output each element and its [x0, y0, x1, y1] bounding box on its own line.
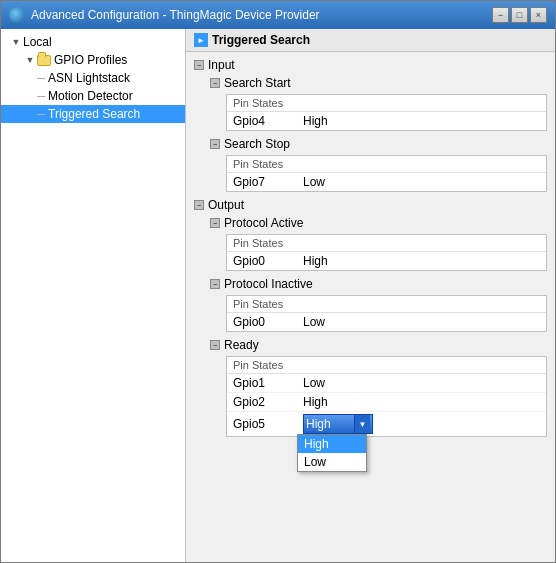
section-output: − Output − Protocol Active Pin States Gp… [194, 196, 547, 437]
pin-value-gpio1: Low [303, 376, 540, 390]
pin-states-box-protocol-inactive: Pin States Gpio0 Low [226, 295, 547, 332]
tree-line-2 [37, 96, 45, 97]
tree-line-3 [37, 114, 45, 115]
panel-header: ► Triggered Search [186, 29, 555, 52]
pin-value-gpio0-inactive: Low [303, 315, 540, 329]
sidebar-label-triggered-search: Triggered Search [48, 107, 140, 121]
pin-states-box-ready: Pin States Gpio1 Low Gpio2 High [226, 356, 547, 437]
pin-row-gpio4: Gpio4 High [227, 112, 546, 130]
subsection-header-ready: − Ready [210, 336, 547, 354]
pin-name-gpio0-inactive: Gpio0 [233, 315, 303, 329]
collapse-protocol-inactive[interactable]: − [210, 279, 220, 289]
folder-icon-gpio [37, 55, 51, 66]
sidebar-item-asn-lightstack[interactable]: ASN Lightstack [1, 69, 185, 87]
collapse-search-stop[interactable]: − [210, 139, 220, 149]
collapse-ready[interactable]: − [210, 340, 220, 350]
collapse-protocol-active[interactable]: − [210, 218, 220, 228]
window-title: Advanced Configuration - ThingMagic Devi… [31, 8, 320, 22]
section-label-input: Input [208, 58, 235, 72]
subsection-header-protocol-inactive: − Protocol Inactive [210, 275, 547, 293]
pin-name-gpio4: Gpio4 [233, 114, 303, 128]
panel-content: − Input − Search Start Pin States Gpio4 [186, 52, 555, 445]
dropdown-option-high[interactable]: High [298, 435, 366, 453]
collapse-output[interactable]: − [194, 200, 204, 210]
pin-value-gpio0-active: High [303, 254, 540, 268]
pin-row-gpio7: Gpio7 Low [227, 173, 546, 191]
subsection-label-ready: Ready [224, 338, 259, 352]
subsection-ready: − Ready Pin States Gpio1 Low Gpio2 Hi [210, 336, 547, 437]
sidebar-item-motion-detector[interactable]: Motion Detector [1, 87, 185, 105]
pin-name-gpio7: Gpio7 [233, 175, 303, 189]
pin-row-gpio1: Gpio1 Low [227, 374, 546, 393]
pin-states-label-protocol-inactive: Pin States [227, 296, 546, 313]
pin-row-gpio0-inactive: Gpio0 Low [227, 313, 546, 331]
dropdown-option-low[interactable]: Low [298, 453, 366, 471]
subsection-header-protocol-active: − Protocol Active [210, 214, 547, 232]
pin-row-gpio0-active: Gpio0 High [227, 252, 546, 270]
pin-value-gpio4: High [303, 114, 540, 128]
pin-name-gpio2: Gpio2 [233, 395, 303, 409]
subsection-header-search-stop: − Search Stop [210, 135, 547, 153]
pin-value-gpio2: High [303, 395, 540, 409]
minimize-button[interactable]: − [492, 7, 509, 23]
collapse-input[interactable]: − [194, 60, 204, 70]
nav-arrow[interactable]: ► [194, 33, 208, 47]
pin-name-gpio1: Gpio1 [233, 376, 303, 390]
sidebar-label-gpio-profiles: GPIO Profiles [54, 53, 127, 67]
pin-value-gpio7: Low [303, 175, 540, 189]
expand-icon-local: ▼ [9, 35, 23, 49]
subsection-search-start: − Search Start Pin States Gpio4 High [210, 74, 547, 131]
section-label-output: Output [208, 198, 244, 212]
pin-row-gpio2: Gpio2 High [227, 393, 546, 412]
sidebar-label-motion: Motion Detector [48, 89, 133, 103]
subsection-search-stop: − Search Stop Pin States Gpio7 Low [210, 135, 547, 192]
pin-states-box-search-stop: Pin States Gpio7 Low [226, 155, 547, 192]
gpio5-dropdown[interactable]: High ▼ [303, 414, 373, 434]
tree-line-1 [37, 78, 45, 79]
pin-states-box-protocol-active: Pin States Gpio0 High [226, 234, 547, 271]
panel-title: Triggered Search [212, 33, 310, 47]
section-input: − Input − Search Start Pin States Gpio4 [194, 56, 547, 192]
title-bar-left: Advanced Configuration - ThingMagic Devi… [9, 7, 320, 23]
content-area: ▼ Local ▼ GPIO Profiles ASN Lightstack M… [1, 29, 555, 562]
close-button[interactable]: × [530, 7, 547, 23]
sidebar-item-local[interactable]: ▼ Local [1, 33, 185, 51]
gpio5-selected-value: High [306, 417, 331, 431]
pin-row-gpio5: Gpio5 High ▼ High Low [227, 412, 546, 436]
title-buttons: − □ × [492, 7, 547, 23]
subsection-label-protocol-active: Protocol Active [224, 216, 303, 230]
section-header-output: − Output [194, 196, 547, 214]
app-icon [9, 7, 25, 23]
expand-icon-gpio: ▼ [23, 53, 37, 67]
pin-states-label-ready: Pin States [227, 357, 546, 374]
section-header-input: − Input [194, 56, 547, 74]
pin-states-label-search-stop: Pin States [227, 156, 546, 173]
subsection-label-search-start: Search Start [224, 76, 291, 90]
sidebar-label-local: Local [23, 35, 52, 49]
collapse-search-start[interactable]: − [210, 78, 220, 88]
pin-states-box-search-start: Pin States Gpio4 High [226, 94, 547, 131]
main-panel: ► Triggered Search − Input − Search Star… [186, 29, 555, 562]
sidebar-item-triggered-search[interactable]: Triggered Search [1, 105, 185, 123]
dropdown-arrow-gpio5: ▼ [354, 415, 370, 433]
subsection-protocol-inactive: − Protocol Inactive Pin States Gpio0 Low [210, 275, 547, 332]
pin-name-gpio5: Gpio5 [233, 417, 303, 431]
subsection-label-search-stop: Search Stop [224, 137, 290, 151]
main-window: Advanced Configuration - ThingMagic Devi… [0, 0, 556, 563]
title-bar: Advanced Configuration - ThingMagic Devi… [1, 1, 555, 29]
sidebar-label-asn: ASN Lightstack [48, 71, 130, 85]
sidebar-item-gpio-profiles[interactable]: ▼ GPIO Profiles [1, 51, 185, 69]
pin-states-label-search-start: Pin States [227, 95, 546, 112]
pin-name-gpio0-active: Gpio0 [233, 254, 303, 268]
subsection-header-search-start: − Search Start [210, 74, 547, 92]
pin-states-label-protocol-active: Pin States [227, 235, 546, 252]
subsection-protocol-active: − Protocol Active Pin States Gpio0 High [210, 214, 547, 271]
gpio5-dropdown-popup: High Low [297, 434, 367, 472]
maximize-button[interactable]: □ [511, 7, 528, 23]
subsection-label-protocol-inactive: Protocol Inactive [224, 277, 313, 291]
sidebar: ▼ Local ▼ GPIO Profiles ASN Lightstack M… [1, 29, 186, 562]
